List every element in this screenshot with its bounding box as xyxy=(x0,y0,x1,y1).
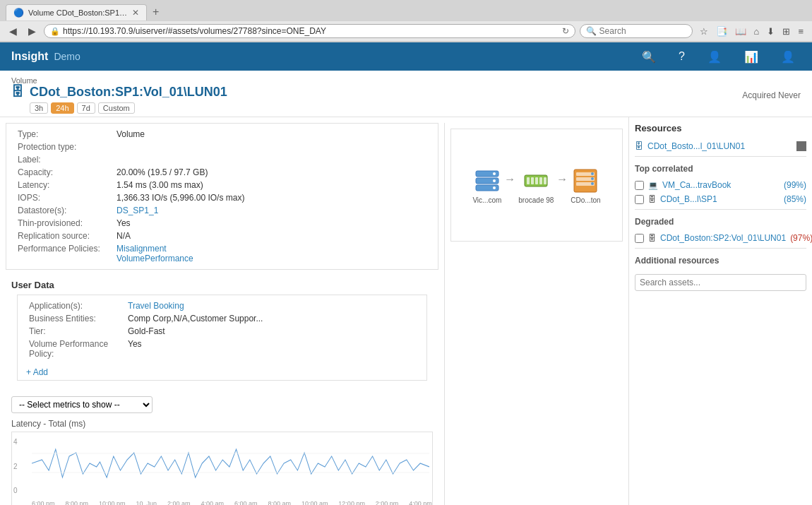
active-tab[interactable]: 🔵 Volume CDot_Boston:SP1.... ✕ xyxy=(6,4,147,20)
applications-link[interactable]: Travel Booking xyxy=(128,301,184,311)
business-entities-value: Comp Corp,N/A,Customer Suppor... xyxy=(128,314,415,323)
latency-label: Latency: xyxy=(18,180,117,190)
reader-button[interactable]: 📖 xyxy=(732,25,749,38)
tier-label: Tier: xyxy=(29,326,128,336)
iops-value: 1,366.33 IO/s (5,996.00 IO/s max) xyxy=(117,193,426,203)
svg-point-8 xyxy=(493,179,496,182)
address-bar[interactable]: 🔒 https://10.193.70.9/uiserver/#assets/v… xyxy=(44,24,575,38)
datastores-link[interactable]: DS_SP1_1 xyxy=(117,206,158,215)
user-data-properties: Application(s): Travel Booking Business … xyxy=(18,295,426,364)
menu-button[interactable]: ≡ xyxy=(795,25,806,38)
help-button[interactable]: ? xyxy=(673,47,691,66)
metrics-dropdown[interactable]: -- Select metrics to show -- xyxy=(11,396,153,413)
correlated-link-0[interactable]: VM_Ca...travBook xyxy=(662,180,780,190)
latency-chart-svg xyxy=(32,435,429,492)
storage-icon-box xyxy=(571,167,599,195)
browser-action-buttons: ☆ 📑 📖 ⌂ ⬇ ⊞ ≡ xyxy=(697,25,806,38)
search-magnifier-icon: 🔍 xyxy=(586,26,597,36)
time-7d-button[interactable]: 7d xyxy=(77,102,95,114)
reload-button[interactable]: ↻ xyxy=(562,26,569,36)
storage-icon xyxy=(573,168,598,194)
app-demo-label: Demo xyxy=(54,51,80,62)
degraded-pct-0: (97%) xyxy=(790,233,812,243)
resources-title: Resources xyxy=(635,123,806,133)
user-settings-button[interactable]: 👤 xyxy=(702,47,727,66)
resource-main-link[interactable]: CDot_Bosto...l_01\LUN01 xyxy=(647,141,792,151)
latency-y-max: 4 xyxy=(13,438,18,446)
server-icon xyxy=(474,168,500,194)
tier-value: Gold-Fast xyxy=(128,326,415,336)
degraded-title: Degraded xyxy=(635,217,806,227)
x-label-10: 2:00 pm xyxy=(376,500,399,505)
forward-button[interactable]: ▶ xyxy=(25,24,40,38)
x-label-1: 8:00 pm xyxy=(65,500,88,505)
latency-y-min: 0 xyxy=(13,487,18,494)
latency-y-mid: 2 xyxy=(13,463,18,470)
tier-row: Tier: Gold-Fast xyxy=(29,325,415,338)
browser-search-box[interactable]: 🔍 xyxy=(580,24,693,38)
download-button[interactable]: ⬇ xyxy=(764,25,777,38)
home-button[interactable]: ⌂ xyxy=(751,25,763,38)
metrics-area: -- Select metrics to show -- Latency - T… xyxy=(0,391,444,505)
bookmark-button[interactable]: 📑 xyxy=(713,25,730,38)
time-custom-button[interactable]: Custom xyxy=(98,102,135,114)
info-left-column: Type: Volume Protection type: Label: xyxy=(0,123,445,505)
user-data-box: Application(s): Travel Booking Business … xyxy=(17,295,427,381)
protection-type-value xyxy=(117,142,426,152)
asset-type-label: Volume xyxy=(11,76,227,85)
correlated-checkbox-0[interactable] xyxy=(635,181,644,190)
charts-button[interactable]: 📊 xyxy=(739,47,764,66)
apps-button[interactable]: ⊞ xyxy=(780,25,793,38)
latency-value: 1.54 ms (3.00 ms max) xyxy=(117,180,426,190)
replication-source-value: N/A xyxy=(117,231,426,241)
correlated-link-1[interactable]: CDot_B...l\SP1 xyxy=(660,194,780,204)
degraded-volume-icon: 🗄 xyxy=(648,234,656,242)
profile-button[interactable]: 👤 xyxy=(775,47,801,66)
applications-row: Application(s): Travel Booking xyxy=(29,299,415,312)
time-controls: 3h 24h 7d Custom xyxy=(30,102,227,114)
asset-info-box: Type: Volume Protection type: Label: xyxy=(6,123,438,270)
capacity-label: Capacity: xyxy=(18,167,117,177)
topo-node-storage: CDo...ton xyxy=(571,167,600,204)
tab-close-btn[interactable]: ✕ xyxy=(132,8,139,18)
topo-label-switch: brocade 98 xyxy=(518,196,554,204)
performance-policies-row: Performance Policies: Misalignment Volum… xyxy=(18,242,426,265)
degraded-checkbox-0[interactable] xyxy=(635,234,644,243)
main-content: Volume 🗄 CDot_Boston:SP1:Vol_01\LUN01 3h… xyxy=(0,71,812,505)
tab-label: Volume CDot_Boston:SP1.... xyxy=(28,8,128,17)
search-header-button[interactable]: 🔍 xyxy=(636,47,662,66)
performance-policy-misalignment-link[interactable]: Misalignment xyxy=(117,244,193,254)
search-assets-input[interactable] xyxy=(635,274,806,291)
svg-rect-14 xyxy=(539,177,542,184)
svg-point-22 xyxy=(591,182,594,185)
vm-icon-1: 🗄 xyxy=(648,195,656,203)
type-label: Type: xyxy=(18,129,117,139)
browser-search-input[interactable] xyxy=(599,26,684,36)
metrics-select-container: -- Select metrics to show -- xyxy=(11,396,433,413)
x-label-8: 10:00 am xyxy=(301,500,328,505)
info-right-column: Vic...com → xyxy=(445,123,628,505)
time-3h-button[interactable]: 3h xyxy=(30,102,48,114)
protection-type-label: Protection type: xyxy=(18,142,117,152)
degraded-link-0[interactable]: CDot_Boston:SP2:Vol_01\LUN01 xyxy=(660,233,786,243)
performance-policy-volume-link[interactable]: VolumePerformance xyxy=(117,254,193,263)
capacity-value: 20.00% (19.5 / 97.7 GB) xyxy=(117,167,426,177)
switch-icon xyxy=(523,168,549,194)
bookmark-star-button[interactable]: ☆ xyxy=(697,25,711,38)
acquired-label: Acquired Never xyxy=(742,90,801,100)
volume-performance-label: Volume Performance Policy: xyxy=(29,339,128,359)
correlated-divider xyxy=(635,209,806,210)
tab-bar: 🔵 Volume CDot_Boston:SP1.... ✕ + xyxy=(0,0,812,21)
label-label: Label: xyxy=(18,155,117,165)
x-label-6: 6:00 am xyxy=(234,500,258,505)
new-tab-button[interactable]: + xyxy=(147,3,165,21)
correlated-checkbox-1[interactable] xyxy=(635,195,644,204)
correlated-item-0: 💻 VM_Ca...travBook (99%) xyxy=(635,178,806,192)
top-correlated-title: Top correlated xyxy=(635,164,806,174)
back-button[interactable]: ◀ xyxy=(6,24,20,38)
applications-label: Application(s): xyxy=(29,301,128,311)
thin-provisioned-label: Thin-provisioned: xyxy=(18,218,117,228)
time-24h-button[interactable]: 24h xyxy=(51,102,73,114)
additional-resources-title: Additional resources xyxy=(635,256,806,266)
add-button[interactable]: + Add xyxy=(18,364,426,380)
